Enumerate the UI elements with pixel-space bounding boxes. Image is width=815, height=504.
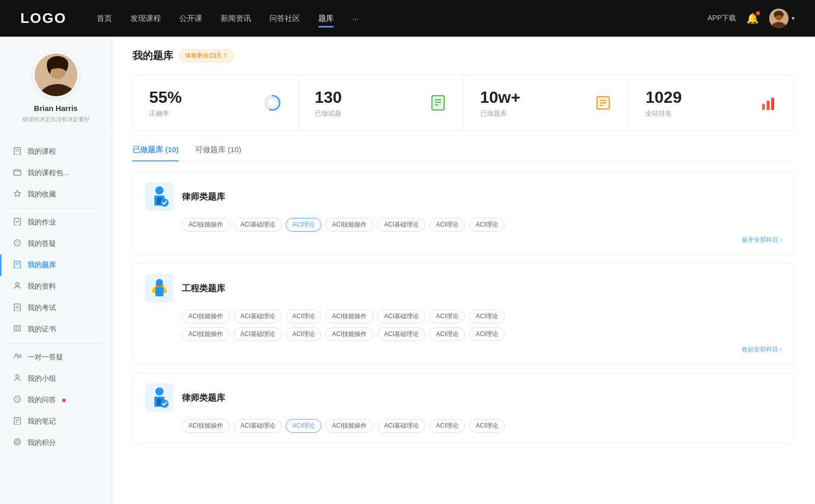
eng-tag-r2-3[interactable]: ACI技能操作 xyxy=(325,327,373,341)
qa-mine-icon: ? xyxy=(12,239,22,249)
nav-qa[interactable]: 问答社区 xyxy=(269,12,300,25)
stat-rank: 1029 全站排名 xyxy=(629,75,794,130)
svg-rect-50 xyxy=(771,98,774,110)
law2-tag-5[interactable]: ACI理论 xyxy=(429,419,465,433)
profile-name: Brian Harris xyxy=(34,104,78,113)
tag-4[interactable]: ACI基础理论 xyxy=(377,218,425,232)
law2-tag-3[interactable]: ACI技能操作 xyxy=(325,419,373,433)
law2-tag-2[interactable]: ACI理论 xyxy=(286,419,321,433)
qbank-title-lawyer-2: 律师类题库 xyxy=(182,392,225,404)
qbank-header-engineer: 工程类题库 xyxy=(145,274,782,302)
sidebar-item-my-qa[interactable]: ? 我的问答 xyxy=(0,389,112,411)
done-questions-icon xyxy=(429,94,447,112)
qbank-card-lawyer-2: 律师类题库 ACI技能操作 ACI基础理论 ACI理论 ACI技能操作 ACI基… xyxy=(132,373,795,443)
user-avatar-wrapper[interactable]: ▾ xyxy=(769,9,795,28)
nav-home[interactable]: 首页 xyxy=(97,12,112,25)
sidebar-item-group[interactable]: 我的小组 xyxy=(0,368,112,389)
tab-done-banks[interactable]: 已做题库 (10) xyxy=(132,145,179,161)
svg-point-34 xyxy=(16,440,19,443)
lawyer-icon-1 xyxy=(145,182,174,211)
sidebar-item-question-bank[interactable]: 我的题库 xyxy=(0,255,112,276)
stat-accuracy-value: 55% xyxy=(149,88,256,107)
sidebar-label-one-on-one: 一对一答疑 xyxy=(28,353,63,362)
law2-tag-1[interactable]: ACI基础理论 xyxy=(234,419,282,433)
page-body: Brian Harris 错误的决定比没有决定要好 我的课程 我的课程包... xyxy=(0,37,815,504)
nav-question-bank[interactable]: 题库 xyxy=(318,12,334,25)
sidebar-item-homework[interactable]: 我的作业 xyxy=(0,212,112,233)
eng-tag-r2-1[interactable]: ACI基础理论 xyxy=(234,327,282,341)
sidebar-label-exam: 我的考试 xyxy=(28,303,56,313)
eng-tag-r1-0[interactable]: ACI技能操作 xyxy=(182,310,230,323)
law2-tag-6[interactable]: ACI理论 xyxy=(469,419,505,433)
tabs-row: 已做题库 (10) 可做题库 (10) xyxy=(132,145,795,161)
eng-tag-r2-0[interactable]: ACI技能操作 xyxy=(182,327,230,341)
collapse-link-engineer[interactable]: 收起全部科目 › xyxy=(182,345,782,354)
sidebar-label-notes: 我的笔记 xyxy=(28,417,56,426)
tag-0[interactable]: ACI技能操作 xyxy=(182,218,230,232)
main-header: LOGO 首页 发现课程 公开课 新闻资讯 问答社区 题库 ··· APP下载 … xyxy=(0,0,815,37)
nav-news[interactable]: 新闻资讯 xyxy=(221,12,251,25)
svg-marker-13 xyxy=(14,190,20,197)
svg-point-55 xyxy=(160,199,169,207)
eng-tag-r1-2[interactable]: ACI理论 xyxy=(286,310,321,323)
svg-point-62 xyxy=(155,387,164,396)
sidebar-label-my-course: 我的课程 xyxy=(28,147,56,156)
eng-tag-r2-4[interactable]: ACI基础理论 xyxy=(377,327,425,341)
qbank-card-engineer: 工程类题库 ACI技能操作 ACI基础理论 ACI理论 ACI技能操作 ACI基… xyxy=(132,263,795,365)
eng-tag-r1-5[interactable]: ACI理论 xyxy=(429,310,465,323)
eng-tag-r2-5[interactable]: ACI理论 xyxy=(429,327,465,341)
qbank-card-lawyer-1: 律师类题库 ACI技能操作 ACI基础理论 ACI理论 ACI技能操作 ACI基… xyxy=(132,172,795,255)
page-header: 我的题库 体验剩余23天！ xyxy=(132,49,795,63)
user-menu-chevron: ▾ xyxy=(792,15,795,22)
sidebar-item-one-on-one[interactable]: 一对一答疑 xyxy=(0,347,112,368)
sidebar-item-points[interactable]: 我的积分 xyxy=(0,432,112,454)
lawyer-icon-2 xyxy=(145,383,174,412)
trial-badge: 体验剩余23天！ xyxy=(179,49,234,62)
notes-icon xyxy=(12,416,22,427)
law2-tag-4[interactable]: ACI基础理论 xyxy=(377,419,425,433)
eng-tag-r1-6[interactable]: ACI理论 xyxy=(469,310,505,323)
stat-done-questions-text: 130 已做试题 xyxy=(315,88,422,118)
eng-tag-r1-4[interactable]: ACI基础理论 xyxy=(377,310,425,323)
eng-tag-r2-6[interactable]: ACI理论 xyxy=(469,327,505,341)
certificate-icon xyxy=(12,324,22,334)
profile-section: Brian Harris 错误的决定比没有决定要好 xyxy=(0,52,112,136)
expand-link-lawyer-1[interactable]: 展开全部科目 › xyxy=(182,236,782,244)
tag-6[interactable]: ACI理论 xyxy=(469,218,505,232)
tag-5[interactable]: ACI理论 xyxy=(429,218,465,232)
tag-2[interactable]: ACI理论 xyxy=(286,218,321,232)
sidebar-item-notes[interactable]: 我的笔记 xyxy=(0,411,112,432)
notification-bell[interactable]: 🔔 xyxy=(746,12,759,24)
sidebar-item-qa-mine[interactable]: ? 我的答疑 xyxy=(0,233,112,255)
nav-courses[interactable]: 发现课程 xyxy=(130,12,161,25)
tab-available-banks[interactable]: 可做题库 (10) xyxy=(195,145,241,161)
stat-accuracy: 55% 正确率 xyxy=(133,75,298,130)
sidebar-item-profile[interactable]: 我的资料 xyxy=(0,276,112,297)
nav-open-course[interactable]: 公开课 xyxy=(179,12,202,25)
sidebar: Brian Harris 错误的决定比没有决定要好 我的课程 我的课程包... xyxy=(0,37,112,504)
sidebar-item-my-course[interactable]: 我的课程 xyxy=(0,141,112,162)
sidebar-label-favorites: 我的收藏 xyxy=(28,190,56,199)
eng-tag-r1-3[interactable]: ACI技能操作 xyxy=(325,310,373,323)
tag-3[interactable]: ACI技能操作 xyxy=(325,218,373,232)
sidebar-item-course-package[interactable]: 我的课程包... xyxy=(0,162,112,184)
law2-tag-0[interactable]: ACI技能操作 xyxy=(182,419,230,433)
eng-tag-r2-2[interactable]: ACI理论 xyxy=(286,327,321,341)
eng-tag-r1-1[interactable]: ACI基础理论 xyxy=(234,310,282,323)
stat-done-banks-text: 10w+ 已做题库 xyxy=(480,88,587,118)
app-download-button[interactable]: APP下载 xyxy=(708,14,736,23)
profile-avatar xyxy=(33,52,79,98)
qbank-header-lawyer-1: 律师类题库 xyxy=(145,182,782,211)
exam-icon xyxy=(12,303,22,313)
sidebar-item-favorites[interactable]: 我的收藏 xyxy=(0,184,112,205)
svg-text:?: ? xyxy=(16,397,18,402)
favorites-icon xyxy=(12,189,22,200)
tag-1[interactable]: ACI基础理论 xyxy=(234,218,282,232)
one-on-one-icon xyxy=(12,352,22,362)
nav-more[interactable]: ··· xyxy=(352,12,359,25)
course-package-icon xyxy=(12,168,22,178)
sidebar-item-certificate[interactable]: 我的证书 xyxy=(0,319,112,340)
svg-rect-49 xyxy=(767,101,770,110)
sidebar-item-exam[interactable]: 我的考试 xyxy=(0,297,112,319)
stat-done-questions-value: 130 xyxy=(315,88,422,107)
